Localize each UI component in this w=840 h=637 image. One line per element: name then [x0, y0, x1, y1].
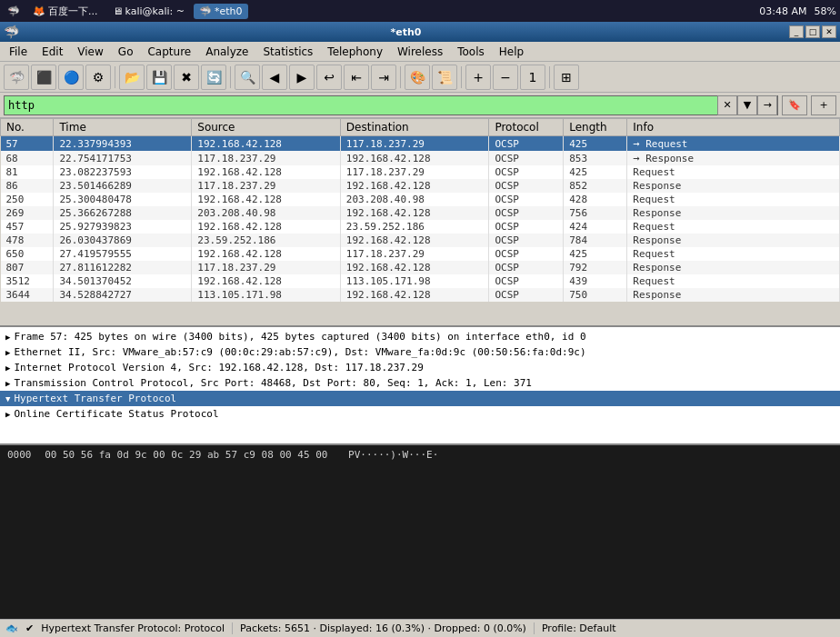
taskbar-item-wireshark[interactable]: 🦈 *eth0 — [194, 4, 248, 19]
menu-go[interactable]: Go — [111, 44, 141, 60]
cell-time: 27.811612282 — [54, 261, 192, 274]
col-header-length[interactable]: Length — [564, 119, 627, 136]
packet-tbody: 57 22.337994393 192.168.42.128 117.18.23… — [1, 136, 840, 303]
table-row[interactable]: 57 22.337994393 192.168.42.128 117.18.23… — [1, 136, 840, 152]
cell-no: 250 — [1, 193, 54, 206]
table-row[interactable]: 807 27.811612282 117.18.237.29 192.168.4… — [1, 261, 840, 274]
cell-time: 23.501466289 — [54, 179, 192, 193]
table-row[interactable]: 86 23.501466289 117.18.237.29 192.168.42… — [1, 179, 840, 193]
col-header-info[interactable]: Info — [627, 119, 840, 136]
toolbar-stop-capture[interactable]: ⬛ — [31, 65, 56, 90]
cell-time: 26.030437869 — [54, 234, 192, 247]
toolbar-save[interactable]: 💾 — [146, 65, 172, 90]
detail-item[interactable]: ▶Online Certificate Status Protocol — [0, 406, 840, 422]
hex-offset: 0000 — [7, 449, 32, 461]
detail-list: ▶Frame 57: 425 bytes on wire (3400 bits)… — [0, 329, 840, 422]
toolbar-sep-5 — [549, 66, 550, 88]
toolbar-autoscroll[interactable]: 📜 — [432, 65, 457, 90]
toolbar-goto[interactable]: ↩ — [316, 65, 342, 90]
toolbar-sep-4 — [461, 66, 462, 88]
col-header-destination[interactable]: Destination — [340, 119, 489, 136]
menu-telephony[interactable]: Telephony — [320, 44, 390, 60]
toolbar-zoom-reset[interactable]: 1 — [520, 65, 545, 90]
table-row[interactable]: 3644 34.528842727 113.105.171.98 192.168… — [1, 288, 840, 302]
table-row[interactable]: 269 25.366267288 203.208.40.98 192.168.4… — [1, 206, 840, 220]
menu-edit[interactable]: Edit — [35, 44, 70, 60]
browser-icon: 🦊 — [33, 5, 45, 17]
table-row[interactable]: 3512 34.501370452 192.168.42.128 113.105… — [1, 274, 840, 288]
table-row[interactable]: 68 22.754171753 117.18.237.29 192.168.42… — [1, 151, 840, 165]
toolbar-resize-columns[interactable]: ⊞ — [554, 65, 579, 90]
toolbar-zoom-in[interactable]: + — [465, 65, 491, 90]
app-icon: 🦈 — [4, 25, 19, 39]
terminal-icon: 🖥 — [113, 5, 123, 17]
cell-info: Request — [627, 165, 840, 179]
toolbar-restart-capture[interactable]: 🔵 — [58, 65, 84, 90]
filter-input[interactable] — [5, 99, 717, 112]
menu-capture[interactable]: Capture — [140, 44, 198, 60]
menu-view[interactable]: View — [70, 44, 110, 60]
toolbar-zoom-out[interactable]: − — [493, 65, 518, 90]
cell-info: Request — [627, 193, 840, 206]
toolbar-prev[interactable]: ◀ — [262, 65, 287, 90]
col-header-protocol[interactable]: Protocol — [489, 119, 564, 136]
toolbar-next[interactable]: ▶ — [289, 65, 315, 90]
menu-analyze[interactable]: Analyze — [198, 44, 255, 60]
detail-item[interactable]: ▶Frame 57: 425 bytes on wire (3400 bits)… — [0, 329, 840, 344]
table-row[interactable]: 650 27.419579555 192.168.42.128 117.18.2… — [1, 247, 840, 261]
menu-tools[interactable]: Tools — [450, 44, 492, 60]
filter-bookmark-button[interactable]: 🔖 — [782, 95, 807, 115]
cell-time: 34.501370452 — [54, 274, 192, 288]
toolbar-last[interactable]: ⇥ — [371, 65, 396, 90]
taskbar-item-browser[interactable]: 🦊 百度一下... — [27, 3, 104, 20]
menu-wireless[interactable]: Wireless — [390, 44, 450, 60]
menu-help[interactable]: Help — [492, 44, 531, 60]
toolbar-open[interactable]: 📂 — [119, 65, 145, 90]
cell-info: Request — [627, 247, 840, 261]
packet-list[interactable]: No. Time Source Destination Protocol Len… — [0, 118, 840, 327]
cell-time: 25.927939823 — [54, 220, 192, 234]
menu-file[interactable]: File — [2, 44, 35, 60]
status-message: Hypertext Transfer Protocol: Protocol — [41, 622, 233, 634]
toolbar-reload[interactable]: 🔄 — [201, 65, 226, 90]
cell-destination: 117.18.237.29 — [340, 136, 489, 152]
detail-item[interactable]: ▶Transmission Control Protocol, Src Port… — [0, 375, 840, 391]
cell-protocol: OCSP — [489, 136, 564, 152]
cell-length: 425 — [564, 247, 627, 261]
minimize-button[interactable]: _ — [789, 25, 804, 38]
toolbar-options[interactable]: ⚙ — [85, 65, 111, 90]
close-button[interactable]: ✕ — [822, 25, 836, 38]
toolbar-close[interactable]: ✖ — [174, 65, 199, 90]
filter-expression-button[interactable]: + — [811, 95, 836, 115]
detail-expand-icon: ▶ — [5, 379, 10, 388]
col-header-time[interactable]: Time — [54, 119, 192, 136]
toolbar-find[interactable]: 🔍 — [235, 65, 260, 90]
filter-input-wrapper[interactable]: ✕ ▼ → — [4, 95, 778, 115]
filter-arrow-button[interactable]: → — [757, 95, 777, 115]
cell-protocol: OCSP — [489, 234, 564, 247]
cell-info: → Request — [627, 136, 840, 152]
detail-item[interactable]: ▼Hypertext Transfer Protocol — [0, 391, 840, 406]
detail-text: Transmission Control Protocol, Src Port:… — [14, 377, 532, 389]
col-header-no[interactable]: No. — [1, 119, 54, 136]
table-row[interactable]: 250 25.300480478 192.168.42.128 203.208.… — [1, 193, 840, 206]
detail-item[interactable]: ▶Ethernet II, Src: VMware_ab:57:c9 (00:0… — [0, 344, 840, 360]
toolbar-colorize[interactable]: 🎨 — [405, 65, 430, 90]
filter-dropdown-button[interactable]: ▼ — [737, 95, 757, 115]
col-header-source[interactable]: Source — [192, 119, 341, 136]
taskbar-item-terminal[interactable]: 🖥 kali@kali: ~ — [107, 4, 190, 19]
table-row[interactable]: 81 23.082237593 192.168.42.128 117.18.23… — [1, 165, 840, 179]
detail-text: Internet Protocol Version 4, Src: 192.16… — [14, 362, 423, 373]
filter-clear-button[interactable]: ✕ — [717, 95, 737, 115]
cell-source: 192.168.42.128 — [192, 274, 341, 288]
detail-item[interactable]: ▶Internet Protocol Version 4, Src: 192.1… — [0, 360, 840, 375]
toolbar-first[interactable]: ⇤ — [344, 65, 369, 90]
table-row[interactable]: 478 26.030437869 23.59.252.186 192.168.4… — [1, 234, 840, 247]
maximize-button[interactable]: □ — [805, 25, 820, 38]
packet-detail: ▶Frame 57: 425 bytes on wire (3400 bits)… — [0, 327, 840, 445]
table-row[interactable]: 457 25.927939823 192.168.42.128 23.59.25… — [1, 220, 840, 234]
taskbar-item-shark[interactable]: 🦈 — [4, 5, 24, 17]
toolbar-start-capture[interactable]: 🦈 — [4, 65, 29, 90]
cell-length: 750 — [564, 288, 627, 302]
menu-statistics[interactable]: Statistics — [255, 44, 320, 60]
